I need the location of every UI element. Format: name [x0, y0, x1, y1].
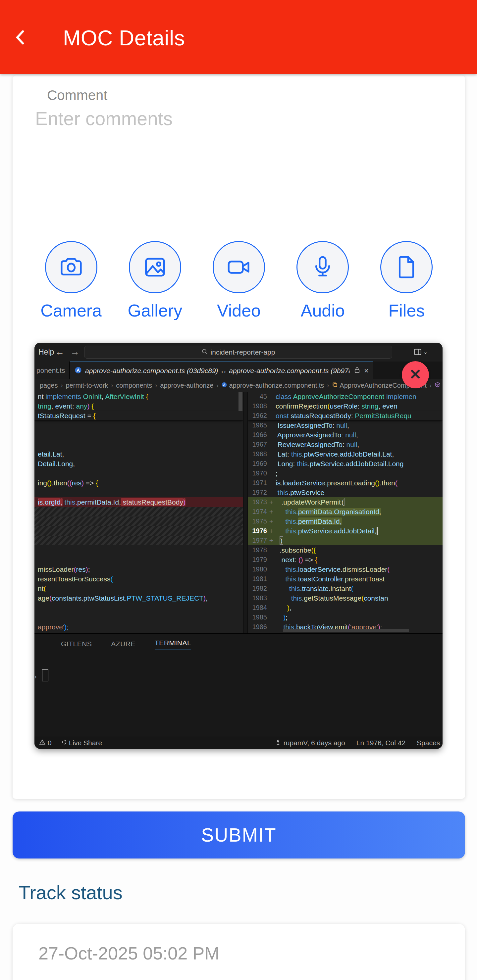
code-line: age(constants.ptwStatusList.PTW_STATUS_R…: [34, 593, 243, 603]
code-line: is.orgId, this.permitData.Id, statusRequ…: [34, 497, 243, 507]
attachment-audio-button[interactable]: Audio: [281, 241, 365, 320]
attachment-files-button[interactable]: Files: [365, 241, 448, 320]
lock-icon: [353, 366, 361, 375]
track-status-card[interactable]: 27-Oct-2025 05:02 PM: [13, 924, 465, 980]
close-icon: [409, 368, 422, 382]
breadcrumb-item[interactable]: [435, 382, 440, 389]
track-status-timestamp: 27-Oct-2025 05:02 PM: [38, 943, 219, 963]
breadcrumb: pages›permit-to-work›components›approve-…: [34, 379, 443, 392]
attachment-label: Gallery: [128, 301, 182, 320]
attachment-video-button[interactable]: Video: [197, 241, 281, 320]
code-line: [34, 545, 243, 555]
breadcrumb-separator: ›: [327, 382, 329, 389]
status-item[interactable]: Spaces:: [417, 739, 442, 747]
nav-back-icon[interactable]: ←: [55, 343, 64, 361]
terminal-panel[interactable]: ›: [34, 655, 443, 737]
code-line: tStatusRequest = {: [34, 411, 243, 420]
track-status-heading: Track status: [19, 881, 123, 904]
attachment-camera-button[interactable]: Camera: [29, 241, 113, 320]
status-item[interactable]: Ln 1976, Col 42: [356, 739, 405, 747]
code-line: 1962onst statusRequestBody: PermitStatus…: [248, 411, 443, 420]
scrollbar-thumb[interactable]: [238, 392, 242, 411]
panel-tab-azure[interactable]: AZURE: [111, 640, 136, 649]
code-line: [34, 468, 243, 478]
code-line: 1966 ApproverAssignedTo: null,: [248, 430, 443, 440]
page-title: MOC Details: [63, 26, 185, 50]
code-line: [34, 526, 243, 536]
tab-partial[interactable]: ponent.ts: [34, 361, 70, 379]
back-button[interactable]: [11, 28, 30, 47]
code-line: Detail.Long,: [34, 459, 243, 468]
code-line: 1969 Long: this.ptwService.addJobDetail.…: [248, 459, 443, 468]
breadcrumb-separator: ›: [61, 382, 63, 389]
comment-label: Comment: [47, 88, 107, 103]
files-icon: [380, 241, 432, 293]
code-line: 1978 .subscribe({: [248, 545, 443, 555]
code-line: [34, 420, 243, 430]
editor-split-sash[interactable]: [243, 392, 248, 633]
code-line: 1980 this.loaderService.dismissLoader(: [248, 565, 443, 574]
code-line: nt implements OnInit, AfterViewInit {: [34, 392, 243, 401]
search-icon: [201, 348, 208, 356]
code-line: tring, event: any) {: [34, 401, 243, 411]
code-line: 1983 this.getStatusMessage(constan: [248, 593, 443, 603]
panel-tab-gitlens[interactable]: GITLENS: [61, 640, 92, 649]
code-line: 1985 );: [248, 612, 443, 622]
code-line: 1968 Lat: this.ptwService.addJobDetail.L…: [248, 449, 443, 459]
breadcrumb-item[interactable]: approve-authorize.component.ts: [221, 382, 324, 389]
code-line: 1979 next: () => {: [248, 555, 443, 565]
vscode-title-bar: Help ← → incident-reporter-app ⌄: [34, 343, 443, 361]
code-line: [34, 507, 243, 517]
menu-item-help[interactable]: Help: [38, 343, 54, 361]
attachment-row: Camera Gallery Video Audio Files: [13, 241, 465, 320]
chevron-down-icon: ⌄: [423, 348, 428, 356]
code-line: etail.Lat,: [34, 449, 243, 459]
status-item[interactable]: Live Share: [60, 739, 102, 747]
code-line: [34, 430, 243, 440]
diff-right-pane: 45class ApproveAuthorizeComponent implem…: [248, 392, 443, 633]
diff-file-icon: [75, 366, 82, 375]
breadcrumb-item[interactable]: permit-to-work: [66, 382, 108, 389]
code-line: resentToastForSuccess(: [34, 574, 243, 584]
breadcrumb-separator: ›: [155, 382, 157, 389]
panel-tab-terminal[interactable]: TERMINAL: [155, 639, 191, 650]
breadcrumb-separator: ›: [430, 382, 432, 389]
code-line: [34, 603, 243, 612]
terminal-cursor: [42, 670, 48, 681]
code-line: [34, 536, 243, 545]
code-line: approve');: [34, 622, 243, 632]
attachment-label: Video: [217, 301, 261, 320]
code-line: 1982 this.translate.instant(: [248, 584, 443, 593]
breadcrumb-item[interactable]: pages: [40, 382, 58, 389]
comment-input[interactable]: [34, 107, 442, 130]
liveshare-icon: [60, 739, 67, 747]
nav-forward-icon[interactable]: →: [70, 343, 80, 361]
status-item[interactable]: rupamV, 6 days ago: [275, 739, 345, 747]
customize-layout-icon[interactable]: ⌄: [414, 348, 428, 356]
comment-card: Comment Camera Gallery Video Audio Files…: [13, 75, 465, 799]
code-line: 1984 ),: [248, 603, 443, 612]
breadcrumb-item[interactable]: components: [116, 382, 152, 389]
diff-editor[interactable]: nt implements OnInit, AfterViewInit {tri…: [34, 392, 443, 633]
code-line: 1974+ this.permitData.OrganisationId,: [248, 507, 443, 517]
code-line: 1971is.loaderService.presentLoading().th…: [248, 478, 443, 488]
command-center-search[interactable]: incident-reporter-app: [84, 346, 392, 359]
submit-button[interactable]: SUBMIT: [13, 811, 465, 859]
status-item[interactable]: 0: [39, 739, 52, 747]
code-line: 1970;: [248, 468, 443, 478]
attachment-gallery-button[interactable]: Gallery: [113, 241, 197, 320]
code-line: [34, 555, 243, 565]
code-line: 45class ApproveAuthorizeComponent implem…: [248, 392, 443, 401]
code-line: 1972 this.ptwService: [248, 488, 443, 497]
remove-attachment-button[interactable]: [402, 361, 429, 388]
breadcrumb-item[interactable]: approve-authorize: [160, 382, 213, 389]
chevron-left-icon: [11, 42, 30, 48]
vscode-tab-bar: ponent.ts approve-authorize.component.ts…: [34, 361, 443, 379]
moc-details-screen: MOC Details Comment Camera Gallery Video…: [0, 0, 477, 980]
gallery-icon: [129, 241, 181, 293]
attachment-label: Files: [389, 301, 425, 320]
breadcrumb-separator: ›: [216, 382, 218, 389]
tab-close-icon[interactable]: ×: [364, 366, 369, 375]
tab-active-diff[interactable]: approve-authorize.component.ts (03d9c89)…: [70, 361, 373, 379]
horizontal-scrollbar-thumb[interactable]: [283, 629, 409, 632]
